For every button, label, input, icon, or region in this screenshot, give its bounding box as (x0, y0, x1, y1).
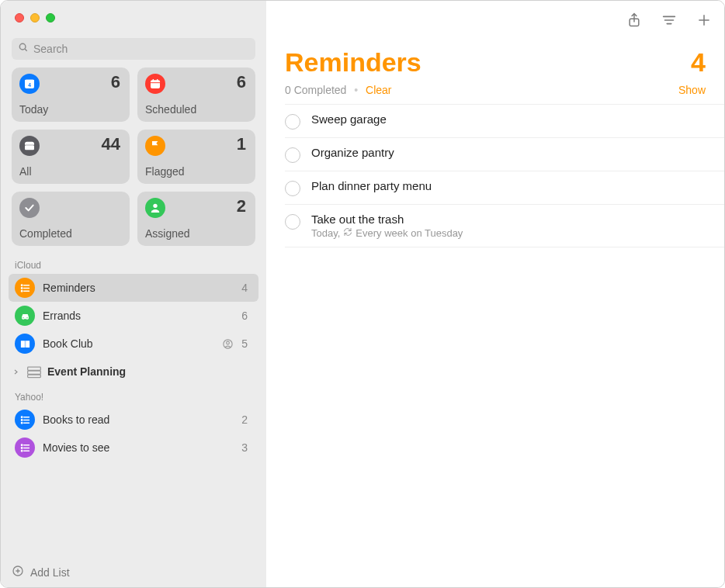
reminder-row[interactable]: Organize pantry (285, 138, 724, 171)
view-options-button[interactable] (661, 12, 678, 29)
svg-text:4: 4 (28, 82, 31, 88)
completed-bar: 0 Completed • Clear Show (266, 84, 724, 104)
smart-list-count: 6 (111, 72, 120, 92)
search-icon (18, 42, 29, 56)
repeat-icon (343, 227, 352, 239)
bookclub-icon (15, 334, 35, 354)
add-list-button[interactable]: Add List (1, 557, 266, 587)
svg-point-31 (21, 444, 23, 446)
assigned-icon (145, 198, 165, 218)
complete-checkbox[interactable] (285, 181, 300, 196)
reminder-row[interactable]: Plan dinner party menu (285, 171, 724, 205)
new-reminder-button[interactable] (696, 12, 712, 28)
clear-completed-button[interactable]: Clear (366, 84, 391, 96)
smart-list-label: Today (19, 103, 48, 116)
chevron-right-icon[interactable] (10, 368, 21, 375)
flagged-icon (145, 136, 165, 156)
smart-list-all[interactable]: 44All (12, 130, 130, 184)
svg-point-29 (21, 422, 23, 424)
search-input[interactable] (33, 43, 249, 55)
account-header-yahoo: Yahoo! (1, 386, 266, 406)
reminder-row[interactable]: Take out the trashToday, Every week on T… (285, 205, 724, 247)
group-label: Event Planning (47, 365, 126, 378)
sidebar: 46Today6Scheduled44All1FlaggedCompleted2… (1, 1, 266, 587)
list-count: 2 (241, 413, 252, 426)
list-label: Errands (43, 310, 234, 322)
svg-point-25 (21, 417, 23, 418)
completed-count-label: 0 Completed (285, 84, 346, 96)
group-eventplanning[interactable]: Event Planning (9, 358, 258, 386)
smart-list-count: 1 (237, 134, 246, 154)
list-moviestosee[interactable]: Movies to see3 (9, 434, 258, 462)
reminder-title: Plan dinner party menu (311, 179, 706, 192)
reminder-title: Organize pantry (311, 146, 706, 159)
bookstoread-icon (15, 410, 35, 430)
list-label: Reminders (43, 282, 234, 294)
list-bookclub[interactable]: Book Club5 (9, 330, 258, 358)
svg-point-21 (227, 341, 230, 344)
smart-list-count: 44 (102, 134, 120, 154)
today-icon: 4 (19, 74, 40, 94)
smart-list-label: All (19, 165, 32, 178)
list-count: 4 (691, 47, 706, 78)
list-label: Book Club (43, 337, 214, 350)
svg-point-17 (23, 317, 23, 318)
svg-point-35 (21, 450, 23, 451)
app-window: 46Today6Scheduled44All1FlaggedCompleted2… (0, 0, 725, 588)
svg-line-1 (25, 49, 27, 51)
search-field[interactable] (12, 38, 255, 60)
svg-point-27 (21, 419, 23, 420)
list-errands[interactable]: Errands6 (9, 302, 258, 330)
smart-list-count: 6 (237, 72, 246, 92)
svg-rect-23 (28, 371, 41, 374)
list-title: Reminders (285, 47, 421, 78)
add-list-label: Add List (30, 566, 70, 579)
shared-icon (222, 338, 234, 350)
list-header: Reminders 4 (266, 40, 724, 84)
complete-checkbox[interactable] (285, 114, 300, 130)
all-icon (19, 136, 40, 156)
smart-list-assigned[interactable]: 2Assigned (137, 192, 255, 246)
list-label: Books to read (43, 413, 234, 426)
smart-list-flagged[interactable]: 1Flagged (137, 130, 255, 184)
reminder-title: Take out the trash (311, 213, 706, 226)
reminders-list: Sweep garageOrganize pantryPlan dinner p… (266, 104, 724, 247)
fullscreen-window-button[interactable] (46, 13, 55, 22)
list-bookstoread[interactable]: Books to read2 (9, 406, 258, 434)
svg-point-15 (21, 290, 23, 292)
scheduled-icon (145, 74, 165, 94)
smart-list-today[interactable]: 46Today (12, 67, 130, 122)
plus-circle-icon (12, 565, 24, 579)
account-header-icloud: iCloud (1, 254, 266, 274)
list-label: Movies to see (43, 441, 234, 454)
svg-rect-9 (25, 145, 34, 150)
errands-icon (15, 306, 35, 326)
list-count: 5 (241, 337, 252, 350)
smart-list-label: Flagged (145, 165, 185, 178)
svg-rect-22 (28, 367, 41, 370)
moviestosee-icon (15, 438, 35, 458)
smart-list-label: Assigned (145, 227, 190, 240)
close-window-button[interactable] (15, 13, 24, 22)
smart-list-label: Completed (19, 227, 72, 240)
list-reminders[interactable]: Reminders4 (9, 274, 258, 302)
toolbar (266, 1, 724, 40)
list-count: 6 (241, 310, 252, 322)
share-button[interactable] (626, 12, 642, 29)
smart-list-completed[interactable]: Completed (12, 192, 130, 246)
reminder-row[interactable]: Sweep garage (285, 104, 724, 138)
completed-icon (19, 198, 40, 218)
reminder-subtitle: Today, Every week on Tuesday (311, 227, 706, 239)
reminder-title: Sweep garage (311, 112, 706, 126)
svg-rect-24 (28, 375, 41, 377)
smart-list-scheduled[interactable]: 6Scheduled (137, 67, 255, 122)
list-count: 3 (241, 441, 252, 454)
show-completed-button[interactable]: Show (678, 84, 706, 96)
svg-point-11 (21, 285, 23, 286)
svg-rect-5 (151, 80, 160, 88)
window-controls (1, 1, 266, 35)
complete-checkbox[interactable] (285, 214, 300, 230)
svg-point-33 (21, 447, 23, 448)
complete-checkbox[interactable] (285, 147, 300, 163)
minimize-window-button[interactable] (30, 13, 40, 22)
